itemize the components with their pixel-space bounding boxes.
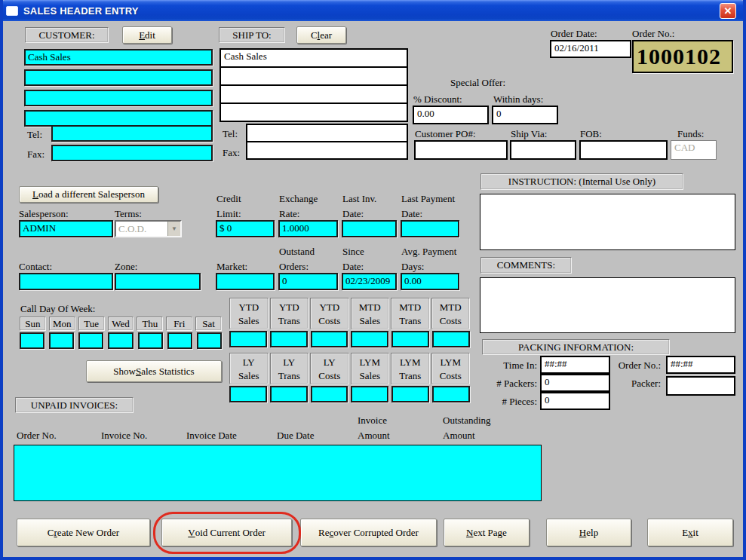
day-field-tue[interactable]	[78, 332, 103, 349]
day-field-fri[interactable]	[167, 332, 192, 349]
help-button[interactable]: Help	[546, 519, 631, 546]
mtd-costs-field[interactable]	[432, 331, 470, 347]
salesperson-field[interactable]: ADMIN	[19, 220, 113, 237]
since-label-1: Since	[342, 246, 364, 258]
clear-button[interactable]: Clear	[296, 26, 346, 44]
day-field-wed[interactable]	[108, 332, 133, 349]
ytd-trans-header: YTDTrans	[270, 298, 309, 329]
since-date-field[interactable]: 02/23/2009	[342, 273, 397, 290]
customer-po-label: Customer PO#:	[415, 128, 476, 140]
ship-to-name-field[interactable]: Cash Sales	[220, 48, 408, 68]
credit-limit-label-1: Credit	[216, 193, 241, 205]
recover-corrupted-order-button[interactable]: Recover Corrupted Order	[300, 519, 437, 546]
outstand-label-1: Outstand	[279, 246, 315, 258]
customer-tel-field[interactable]	[51, 125, 213, 142]
unpaid-invoices-list[interactable]	[14, 445, 542, 501]
last-inv-label-2: Date:	[342, 208, 364, 220]
customer-po-field[interactable]	[414, 140, 508, 160]
last-payment-date-field[interactable]	[401, 220, 459, 237]
col-outstanding-amount-2: Amount	[443, 430, 475, 442]
day-field-sun[interactable]	[20, 332, 45, 349]
customer-fax-label: Fax:	[27, 148, 45, 161]
credit-limit-field[interactable]: $ 0	[216, 220, 275, 237]
pieces-field[interactable]: 0	[540, 392, 610, 410]
instruction-textarea[interactable]	[480, 194, 735, 250]
terms-dropdown[interactable]: C.O.D. ▼	[115, 220, 182, 237]
zone-label: Zone:	[115, 261, 137, 273]
packer-field[interactable]	[666, 376, 735, 396]
within-days-field[interactable]: 0	[492, 106, 558, 124]
close-icon[interactable]: ✕	[720, 3, 736, 19]
avg-payment-label-2: Days:	[401, 261, 424, 273]
outstand-label-2: Orders:	[279, 261, 309, 273]
packers-label: # Packers:	[487, 378, 537, 390]
avg-payment-label-1: Avg. Payment	[401, 246, 456, 258]
col-due-date: Due Date	[277, 430, 314, 442]
exit-button[interactable]: Exit	[647, 519, 733, 546]
discount-field[interactable]: 0.00	[413, 106, 489, 124]
lym-trans-field[interactable]	[391, 386, 429, 402]
edit-button[interactable]: Edit	[122, 26, 172, 44]
ship-to-address3-field[interactable]	[220, 84, 408, 104]
ly-sales-header: LYSales	[229, 353, 269, 384]
packing-order-no-field[interactable]: ##:##	[666, 356, 735, 374]
stats-header-row-2: LYSales LYTrans LYCosts LYMSales LYMTran…	[229, 353, 470, 384]
avg-payment-days-field[interactable]: 0.00	[401, 273, 459, 290]
ytd-trans-field[interactable]	[270, 331, 308, 347]
contact-label: Contact:	[19, 261, 52, 273]
time-in-field[interactable]: ##:##	[540, 356, 610, 374]
day-field-mon[interactable]	[49, 332, 74, 349]
ly-costs-field[interactable]	[311, 386, 348, 402]
ship-to-address4-field[interactable]	[220, 103, 408, 122]
customer-name-field[interactable]: Cash Sales	[24, 49, 213, 66]
order-date-field[interactable]: 02/16/2011	[550, 40, 631, 58]
show-sales-statistics-button[interactable]: Show Sales Statistics	[86, 360, 222, 382]
outstand-orders-field[interactable]: 0	[278, 273, 338, 290]
day-label-wed: Wed	[108, 317, 134, 331]
last-payment-label-1: Last Payment	[401, 193, 455, 205]
order-no-field: 1000102	[632, 40, 733, 73]
zone-field[interactable]	[115, 273, 201, 290]
ytd-costs-field[interactable]	[311, 331, 348, 347]
day-field-sat[interactable]	[197, 332, 222, 349]
packers-field[interactable]: 0	[540, 374, 610, 392]
customer-address4-field[interactable]	[24, 110, 213, 127]
load-salesperson-button[interactable]: Load a different Salesperson	[19, 186, 158, 203]
discount-label: % Discount:	[413, 93, 462, 106]
funds-field[interactable]: CAD	[671, 140, 717, 160]
customer-fax-field[interactable]	[51, 145, 213, 161]
call-day-field-row	[20, 332, 222, 349]
mtd-sales-field[interactable]	[351, 331, 388, 347]
fob-field[interactable]	[579, 140, 668, 160]
salesperson-label: Salesperson:	[19, 208, 69, 220]
packing-order-no-label: Order No.:	[609, 360, 661, 372]
col-outstanding-amount-1: Outstanding	[443, 415, 491, 427]
comments-textarea[interactable]	[480, 277, 735, 333]
exchange-rate-field[interactable]: 1.0000	[278, 220, 338, 237]
ly-trans-header: LYTrans	[270, 353, 309, 384]
next-page-button[interactable]: Next Page	[444, 519, 530, 546]
ship-to-tel-field[interactable]	[246, 124, 408, 142]
customer-address2-field[interactable]	[24, 69, 213, 86]
ly-sales-field[interactable]	[229, 386, 267, 402]
ship-to-address2-field[interactable]	[220, 66, 408, 86]
ship-via-field[interactable]	[510, 140, 576, 160]
last-inv-date-field[interactable]	[342, 220, 397, 237]
customer-address3-field[interactable]	[24, 90, 213, 106]
market-field[interactable]	[216, 273, 275, 290]
lym-sales-field[interactable]	[351, 386, 388, 402]
ytd-sales-field[interactable]	[229, 331, 267, 347]
ship-to-fax-field[interactable]	[246, 141, 408, 160]
lym-costs-field[interactable]	[432, 386, 470, 402]
funds-label: Funds:	[677, 128, 704, 140]
ly-trans-field[interactable]	[270, 386, 308, 402]
special-offer-label: Special Offer:	[450, 77, 505, 89]
mtd-sales-header: MTDSales	[351, 298, 390, 329]
mtd-trans-field[interactable]	[391, 331, 429, 347]
create-new-order-button[interactable]: Create New Order	[17, 519, 150, 546]
day-field-thu[interactable]	[138, 332, 163, 349]
contact-field[interactable]	[19, 273, 113, 290]
void-current-order-button[interactable]: Void Current Order	[161, 519, 292, 546]
day-label-mon: Mon	[49, 317, 75, 331]
lym-sales-header: LYMSales	[351, 353, 390, 384]
